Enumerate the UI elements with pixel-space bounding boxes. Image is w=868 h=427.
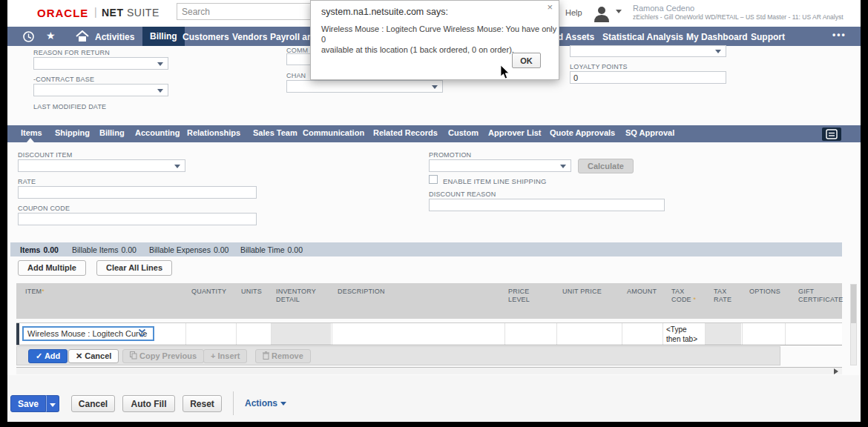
column-header-gift-certificate: GIFT CERTIFICATE [798, 288, 852, 304]
recent-records-clock-icon[interactable] [22, 30, 35, 43]
nav-item-customers[interactable]: Customers [183, 32, 229, 42]
calculate-button[interactable]: Calculate [578, 159, 634, 173]
reason-for-return-select[interactable] [33, 57, 168, 70]
subtab-list-icon[interactable] [822, 128, 841, 141]
add-line-button[interactable]: ✓ Add [28, 349, 68, 363]
tab-billing[interactable]: Billing [99, 128, 125, 137]
caret-down-icon [50, 403, 56, 407]
contract-base-select[interactable] [33, 84, 168, 96]
dropdown-arrow-icon[interactable] [157, 62, 163, 66]
chan-field-select[interactable] [286, 80, 443, 93]
column-header-description: DESCRIPTION [338, 288, 385, 296]
dropdown-arrow-icon[interactable] [157, 89, 163, 93]
subtab-billable-expenses-total[interactable]: Billable Expenses0.00 [149, 245, 228, 254]
dropdown-arrow-icon[interactable] [174, 165, 180, 168]
shortcuts-star-icon[interactable]: ★ [46, 30, 56, 42]
letterbox-right [861, 0, 868, 427]
insert-line-button[interactable]: + Insert [203, 349, 247, 363]
nav-item-vendors[interactable]: Vendors [232, 32, 267, 42]
netsuite-app-window: ORACLE | NET SUITE Help Ramona Cedeno zE… [0, 0, 868, 427]
tab-custom[interactable]: Custom [448, 128, 479, 137]
cell-divider [332, 323, 332, 345]
auto-fill-button[interactable]: Auto Fill [122, 395, 175, 412]
tab-quote-approvals[interactable]: Quote Approvals [550, 128, 615, 137]
cancel-button[interactable]: Cancel [71, 395, 115, 412]
item-combo-input[interactable]: Wireless Mouse : Logitech Curve [22, 326, 154, 341]
enable-item-line-shipping-checkbox[interactable] [429, 175, 438, 184]
cell-divider [662, 323, 663, 345]
clear-all-lines-button[interactable]: Clear All Lines [96, 260, 172, 276]
x-icon: ✕ [76, 351, 82, 360]
reset-button[interactable]: Reset [183, 395, 222, 412]
tab-communication[interactable]: Communication [303, 128, 364, 137]
loyalty-points-input[interactable] [570, 71, 726, 84]
coupon-code-label: COUPON CODE [18, 205, 70, 212]
user-name[interactable]: Ramona Cedeno [633, 4, 694, 13]
nav-item-billing-selected[interactable]: Billing [142, 27, 185, 46]
netsuite-logo-light: SUITE [127, 7, 160, 19]
nav-item-payroll[interactable]: Payroll an [270, 32, 312, 42]
tab-shipping[interactable]: Shipping [55, 128, 90, 137]
add-multiple-button[interactable]: Add Multiple [18, 260, 86, 276]
tab-sales-team[interactable]: Sales Team [253, 128, 297, 137]
scroll-right-arrow-icon[interactable] [834, 368, 838, 374]
coupon-code-input[interactable] [18, 213, 257, 225]
billable-expenses-label: Billable Expenses [149, 245, 211, 254]
tab-related-records[interactable]: Related Records [373, 128, 438, 137]
copy-previous-label: Copy Previous [139, 351, 197, 360]
cancel-line-button[interactable]: ✕ Cancel [68, 349, 119, 363]
dialog-close-icon[interactable]: × [547, 1, 553, 13]
user-menu-caret-icon[interactable] [616, 10, 622, 13]
nav-item-activities[interactable]: Activities [95, 32, 134, 42]
tab-accounting[interactable]: Accounting [135, 128, 180, 137]
save-menu-caret-button[interactable] [46, 395, 59, 412]
discount-item-label: DISCOUNT ITEM [18, 151, 72, 159]
dropdown-arrow-icon[interactable] [715, 50, 721, 53]
column-header-tax-code: TAX CODE * [671, 288, 700, 304]
tab-items[interactable]: Items [21, 128, 42, 137]
tab-sq-approval[interactable]: SQ Approval [625, 128, 674, 137]
dropdown-arrow-icon[interactable] [560, 165, 566, 168]
promotion-select[interactable] [429, 159, 571, 172]
rate-input[interactable] [18, 186, 257, 199]
actions-menu[interactable]: Actions [245, 398, 286, 408]
nav-item-statistical-analysis[interactable]: Statistical Analysis [602, 32, 683, 42]
discount-reason-input[interactable] [429, 199, 665, 211]
home-icon[interactable] [76, 30, 89, 42]
nav-item-support[interactable]: Support [751, 32, 785, 42]
nav-item-my-dashboard[interactable]: My Dashboard [686, 32, 748, 42]
discount-item-select[interactable] [18, 159, 185, 172]
remove-line-button[interactable]: Remove [255, 349, 311, 363]
dropdown-arrow-icon[interactable] [432, 85, 438, 89]
tab-relationships[interactable]: Relationships [187, 128, 240, 137]
trash-icon [263, 351, 269, 360]
mouse-cursor [500, 65, 510, 80]
column-header-item: ITEM* [25, 288, 45, 296]
cell-divider [556, 323, 557, 345]
tab-approver-list[interactable]: Approver List [488, 128, 542, 137]
cell-divider [742, 323, 743, 345]
required-asterisk: * [42, 288, 45, 295]
table-horizontal-scrollbar[interactable] [16, 367, 842, 374]
help-link[interactable]: Help [565, 8, 582, 17]
item-combo-double-chevron-icon[interactable] [138, 328, 146, 338]
plus-icon: + [211, 351, 215, 360]
dialog-ok-button[interactable]: OK [512, 53, 541, 68]
copy-previous-button[interactable]: Copy Previous [122, 349, 204, 363]
enable-item-line-shipping-label: ENABLE ITEM LINE SHIPPING [443, 177, 547, 185]
billable-items-label: Billable Items [72, 245, 118, 254]
contract-base-label: -CONTRACT BASE [33, 76, 94, 83]
save-button[interactable]: Save [10, 395, 46, 412]
subtab-items-total[interactable]: Items0.00 [20, 245, 59, 254]
top-right-select[interactable] [570, 45, 726, 57]
col-item-text: ITEM [25, 288, 42, 295]
table-vertical-scrollbar-thumb[interactable] [851, 285, 856, 323]
billable-expenses-value: 0.00 [214, 245, 228, 254]
user-avatar-icon[interactable] [592, 4, 611, 23]
subtab-billable-time-total[interactable]: Billable Time0.00 [240, 245, 303, 254]
subtab-billable-items-total[interactable]: Billable Items0.00 [72, 245, 137, 254]
column-header-amount: AMOUNT [627, 288, 657, 296]
cell-divider [785, 323, 786, 345]
nav-more-menu[interactable]: ••• [832, 30, 846, 40]
last-modified-date-label: LAST MODIFIED DATE [33, 103, 106, 110]
